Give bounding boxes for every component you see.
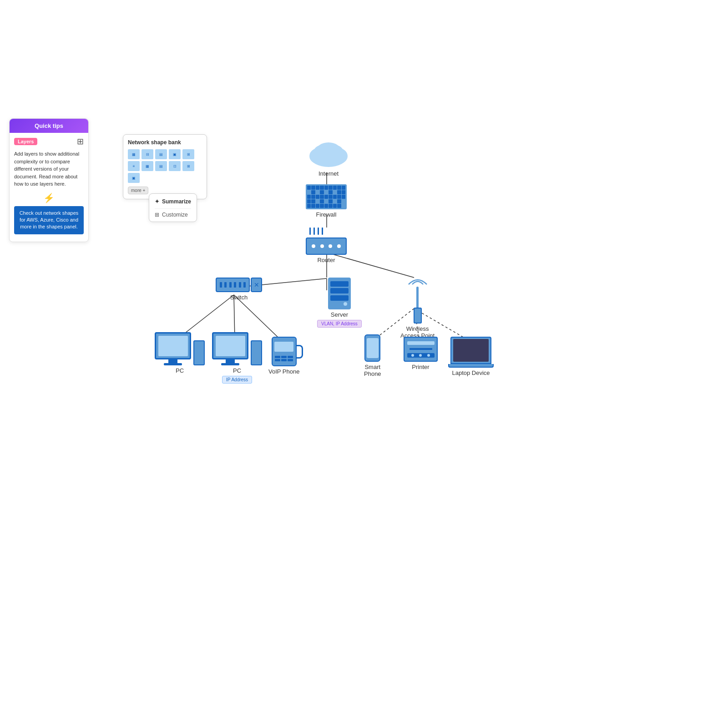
arrow-indicator: ⚡ xyxy=(10,192,88,204)
shape-item[interactable]: ⊡ xyxy=(169,161,181,171)
summarize-panel: ✦ Summarize ⊞ Customize xyxy=(149,193,197,222)
quick-tips-panel: Quick tips Layers ⊞ Add layers to show a… xyxy=(9,118,89,242)
printer-node[interactable]: Printer xyxy=(404,337,438,370)
voip-node[interactable]: VoIP Phone xyxy=(268,337,299,375)
shape-item[interactable]: ▦ xyxy=(128,149,140,159)
shape-item[interactable]: ≡ xyxy=(128,161,140,171)
printer-icon xyxy=(404,337,438,362)
internet-cloud-icon xyxy=(306,139,351,168)
pc2-node[interactable]: PC IP Address xyxy=(212,332,262,384)
shape-item[interactable]: ▣ xyxy=(128,173,140,183)
switch-icon: ✕ xyxy=(216,278,262,292)
router-icon xyxy=(306,228,347,255)
voip-icon xyxy=(272,337,297,366)
server-icon xyxy=(328,278,351,309)
shape-item[interactable]: ⊞ xyxy=(182,149,194,159)
layers-badge[interactable]: Layers xyxy=(14,138,37,145)
pc1-icon xyxy=(155,332,205,365)
summarize-label: Summarize xyxy=(162,198,191,205)
internet-node[interactable]: Internet xyxy=(306,139,351,177)
summarize-button[interactable]: ✦ Summarize xyxy=(155,197,191,206)
layers-icon: ⊞ xyxy=(77,136,84,147)
customize-icon: ⊞ xyxy=(155,212,159,218)
router-label: Router xyxy=(317,257,335,263)
summarize-icon: ✦ xyxy=(155,198,159,205)
printer-label: Printer xyxy=(412,364,429,370)
shape-item[interactable]: ▦ xyxy=(142,161,153,171)
pc2-badge: IP Address xyxy=(222,376,252,384)
shape-bank-grid: ▦ ⊟ ▤ ▣ ⊞ ≡ ▦ ▤ ⊡ ⊞ ▣ xyxy=(128,149,202,183)
firewall-icon xyxy=(306,184,347,209)
customize-label: Customize xyxy=(162,212,188,218)
shape-item[interactable]: ▣ xyxy=(169,149,181,159)
smartphone-icon xyxy=(364,334,380,362)
server-label: Server xyxy=(331,311,348,318)
server-node[interactable]: Server VLAN, IP Address xyxy=(317,278,362,328)
switch-label: Switch xyxy=(230,294,248,301)
shape-item[interactable]: ▤ xyxy=(155,161,167,171)
shape-bank-more-button[interactable]: more + xyxy=(128,187,148,194)
firewall-node[interactable]: Firewall xyxy=(306,184,347,218)
router-node[interactable]: Router xyxy=(306,228,347,263)
quick-tips-header: Quick tips xyxy=(10,119,88,133)
quick-tips-text: Add layers to show additional complexity… xyxy=(10,148,88,192)
quick-tips-blue-box: Check out network shapes for AWS, Azure,… xyxy=(14,206,84,234)
svg-point-17 xyxy=(327,145,344,160)
customize-button[interactable]: ⊞ Customize xyxy=(155,212,191,218)
laptop-node[interactable]: Laptop Device xyxy=(448,337,494,376)
shape-bank-title: Network shape bank xyxy=(128,139,202,146)
smartphone-label: Smart Phone xyxy=(364,364,381,377)
shape-bank-panel: Network shape bank ▦ ⊟ ▤ ▣ ⊞ ≡ ▦ ▤ ⊡ ⊞ ▣… xyxy=(123,134,207,199)
pc1-node[interactable]: PC xyxy=(155,332,205,374)
pc1-label: PC xyxy=(176,367,184,374)
internet-label: Internet xyxy=(318,170,339,177)
shape-item[interactable]: ⊞ xyxy=(182,161,194,171)
switch-node[interactable]: ✕ Switch xyxy=(216,278,262,301)
smartphone-node[interactable]: Smart Phone xyxy=(364,334,381,377)
laptop-label: Laptop Device xyxy=(452,369,490,376)
pc2-label: PC xyxy=(233,367,241,374)
wireless-ap-node[interactable]: Wireless Access Point xyxy=(400,273,435,339)
shape-item[interactable]: ⊟ xyxy=(142,149,153,159)
shape-item[interactable]: ▤ xyxy=(155,149,167,159)
wireless-ap-icon xyxy=(404,273,431,324)
laptop-icon xyxy=(448,337,494,368)
pc2-icon xyxy=(212,332,262,365)
server-badge: VLAN, IP Address xyxy=(317,320,362,328)
voip-label: VoIP Phone xyxy=(268,368,299,375)
firewall-label: Firewall xyxy=(316,211,337,218)
